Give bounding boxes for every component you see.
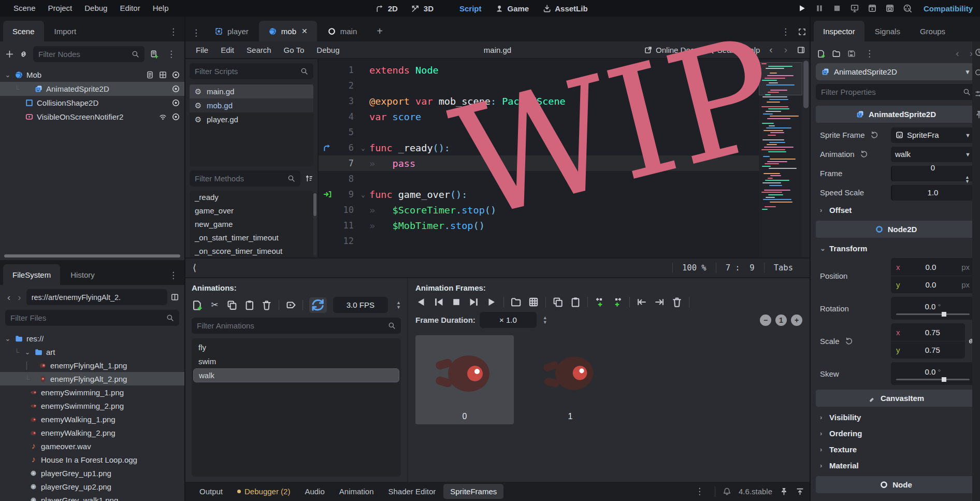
file-row[interactable]: enemySwimming_2.png (0, 399, 184, 412)
rotation-slider-handle[interactable] (942, 312, 946, 317)
close-tab-icon[interactable]: ✕ (301, 27, 308, 35)
wifi-badge-icon[interactable] (158, 112, 167, 121)
expand-arrow[interactable]: ⌄ (4, 71, 11, 79)
visibility-toggle-icon[interactable] (171, 98, 180, 107)
menu-editor[interactable]: Editor (113, 0, 146, 17)
rotation-value[interactable]: 0.0 ° (891, 297, 975, 320)
fps-value[interactable]: 3.0 FPS (333, 297, 388, 313)
script-menu-file[interactable]: File (190, 46, 214, 54)
workspace-3d[interactable]: 3D (411, 4, 434, 13)
play-backwards-from-end-icon[interactable] (433, 296, 444, 308)
history-icon[interactable] (974, 48, 980, 57)
tab-scene[interactable]: Scene (3, 21, 44, 41)
pin-panel-icon[interactable] (780, 487, 788, 496)
method-item[interactable]: new_game (190, 218, 313, 231)
skew-value[interactable]: 0.0 ° (891, 362, 975, 385)
script-item[interactable]: ⚙mob.gd (190, 98, 313, 112)
bottom-tab-spriteframes[interactable]: SpriteFrames (443, 484, 503, 499)
filter-methods-input[interactable] (195, 174, 283, 183)
file-row[interactable]: enemySwimming_1.png (0, 385, 184, 399)
script-menu-search[interactable]: Search (240, 46, 278, 54)
scene-tree-menu-icon[interactable]: ⋮ (164, 49, 179, 60)
filter-nodes-field[interactable] (33, 46, 145, 62)
skew-slider-handle[interactable] (942, 377, 946, 382)
zoom-level[interactable]: 100 % (673, 263, 716, 273)
zoom-reset-button[interactable]: 1 (775, 314, 787, 326)
code-line[interactable]: 8 (319, 171, 810, 187)
filter-animations-field[interactable] (192, 318, 401, 334)
code-line[interactable]: 9⌄func game_over(): (319, 187, 810, 202)
animation-value[interactable]: walk▼ (891, 147, 975, 162)
menu-scene[interactable]: Scene (7, 0, 42, 17)
visibility-toggle-icon[interactable] (171, 70, 180, 79)
code-line[interactable]: 4var score (319, 109, 810, 124)
collapse-panel-button[interactable]: ⟨ (193, 262, 196, 274)
remote-debug-icon[interactable] (850, 4, 859, 13)
filter-animations-input[interactable] (197, 321, 384, 330)
file-row[interactable]: playerGrey_up2.png (0, 480, 184, 493)
group-material[interactable]: ›Material (815, 457, 977, 474)
scene-tree-row[interactable]: CollisionShape2D (0, 96, 184, 110)
code-line[interactable]: 10»$ScoreTimer.stop() (319, 202, 810, 218)
insert-before-icon[interactable] (594, 296, 606, 308)
paste-frame-icon[interactable] (570, 296, 581, 308)
animation-item[interactable]: walk (193, 368, 399, 382)
fps-spinner[interactable]: ▲▼ (396, 300, 401, 309)
menu-help[interactable]: Help (147, 0, 175, 17)
workspace-game[interactable]: Game (495, 4, 529, 13)
add-animation-button[interactable] (192, 299, 203, 311)
tools-icon[interactable] (974, 89, 980, 98)
code-line[interactable]: 6⌄func _ready(): (319, 140, 810, 155)
add-node-button[interactable] (5, 50, 14, 59)
code-line[interactable]: 1extends Node (319, 62, 810, 78)
copy-frame-icon[interactable] (552, 296, 564, 308)
group-offset[interactable]: ›Offset (815, 202, 977, 218)
new-scene-tab-button[interactable]: + (367, 21, 392, 41)
online-docs-button[interactable]: Online Docs (644, 46, 698, 54)
script-badge-icon[interactable] (146, 70, 154, 79)
fullscreen-icon[interactable] (798, 27, 806, 36)
bottom-tab-debugger-2-[interactable]: Debugger (2) (230, 484, 297, 499)
resource-menu-icon[interactable]: ⋮ (862, 48, 877, 59)
expand-panel-icon[interactable] (796, 487, 804, 496)
group-ordering[interactable]: ›Ordering (815, 425, 977, 441)
copy-icon[interactable] (226, 299, 238, 311)
filter-files-input[interactable] (10, 313, 162, 322)
add-from-spritesheet-icon[interactable] (528, 296, 539, 308)
scale-value[interactable]: x0.75 y0.75 (891, 323, 965, 359)
file-row[interactable]: ♪gameover.wav (0, 439, 184, 453)
pin-icon[interactable] (974, 110, 980, 119)
frame-duration-spinner[interactable]: ▲▼ (543, 316, 547, 324)
file-row[interactable]: └⌄art (0, 345, 184, 359)
fold-arrow[interactable]: ⌄ (357, 191, 369, 198)
zoom-out-button[interactable]: − (760, 314, 771, 326)
code-line[interactable]: 7»pass (319, 155, 810, 171)
frame-duration-value[interactable]: × 1.0 (480, 312, 537, 328)
scene-tab-mob[interactable]: mob✕ (259, 21, 317, 41)
loop-toggle[interactable] (309, 297, 326, 313)
notification-bell-icon[interactable] (723, 487, 731, 496)
scripts-panel-toggle-icon[interactable] (797, 46, 805, 54)
method-item[interactable]: game_over (190, 204, 313, 218)
visibility-toggle-icon[interactable] (171, 112, 180, 121)
method-item[interactable]: _ready (190, 191, 313, 204)
category-node[interactable]: Node (816, 476, 976, 493)
delete-frame-icon[interactable] (671, 296, 683, 308)
code-line[interactable]: 11»$MobTimer.stop() (319, 218, 810, 233)
file-row[interactable]: ⌄res:// (0, 332, 184, 345)
animation-item[interactable]: swim (193, 354, 399, 368)
scene-dock-menu-icon[interactable]: ⋮ (166, 26, 181, 37)
filter-scripts-field[interactable] (190, 63, 313, 79)
code-minimap[interactable] (759, 59, 802, 257)
expand-arrow[interactable]: ⌄ (24, 348, 31, 356)
group-visibility[interactable]: ›Visibility (815, 409, 977, 425)
filter-methods-field[interactable] (190, 170, 300, 187)
script-item[interactable]: ⚙player.gd (190, 112, 313, 126)
section-transform[interactable]: ⌄Transform (815, 240, 977, 256)
revert-icon[interactable] (870, 131, 879, 139)
stop-playback-icon[interactable] (451, 296, 462, 308)
workspace-script[interactable]: Script (447, 4, 482, 13)
filter-scripts-input[interactable] (195, 67, 296, 76)
fold-arrow[interactable]: ⌄ (357, 144, 369, 152)
movie-frame-icon[interactable] (885, 4, 895, 13)
